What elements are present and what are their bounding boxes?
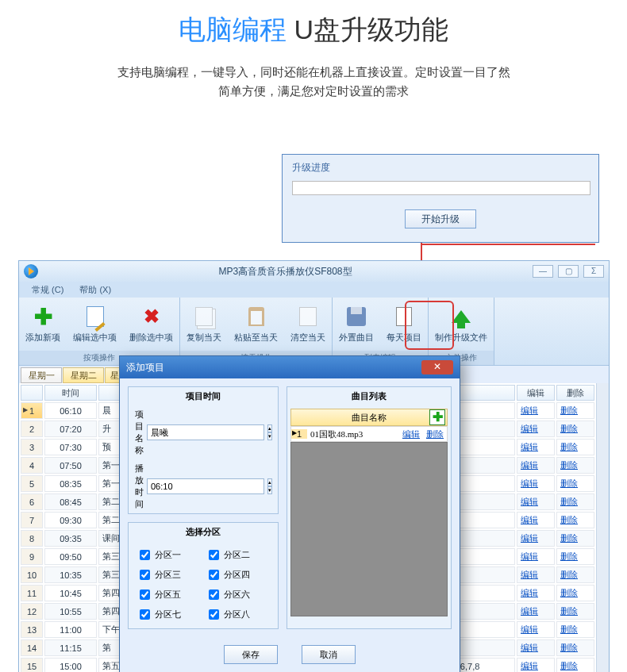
- dialog-title: 添加项目: [126, 361, 164, 374]
- row-edit-link[interactable]: 编辑: [521, 570, 538, 579]
- maximize-button[interactable]: ▢: [558, 265, 579, 278]
- row-number: 5: [21, 475, 43, 492]
- row-number: 3: [21, 439, 43, 455]
- row-del-link[interactable]: 删除: [560, 533, 578, 543]
- cell-time: 08:45: [44, 493, 97, 510]
- row-number: 14: [21, 639, 43, 656]
- track-edit-link[interactable]: 编辑: [399, 428, 423, 440]
- zone-check-input[interactable]: [209, 609, 219, 620]
- col-edit: 编辑: [517, 385, 555, 401]
- zone-checkbox-5[interactable]: 分区五: [140, 589, 198, 601]
- row-del-link[interactable]: 删除: [560, 424, 578, 433]
- row-del-link[interactable]: 删除: [560, 478, 578, 488]
- track-col-name: 曲目名称: [309, 412, 429, 424]
- row-edit-link[interactable]: 编辑: [521, 661, 538, 670]
- row-number: 11: [21, 585, 43, 601]
- zone-checkbox-6[interactable]: 分区六: [209, 589, 267, 601]
- zone-checkbox-1[interactable]: 分区一: [140, 549, 198, 561]
- row-del-link[interactable]: 删除: [560, 460, 578, 470]
- row-del-link[interactable]: 删除: [560, 624, 578, 634]
- row-del-link[interactable]: 删除: [560, 588, 578, 597]
- name-spinner[interactable]: ▴▾: [267, 424, 272, 440]
- row-del-link[interactable]: 删除: [560, 570, 578, 579]
- cell-time: 10:35: [44, 566, 97, 583]
- project-name-input[interactable]: [147, 424, 264, 440]
- time-spinner[interactable]: ▴▾: [267, 478, 272, 494]
- zone-check-input[interactable]: [209, 589, 219, 600]
- zone-check-input[interactable]: [140, 609, 150, 620]
- paste-day-button[interactable]: 粘贴至当天: [228, 298, 284, 351]
- menu-help[interactable]: 帮助 (X): [79, 284, 111, 296]
- row-edit-link[interactable]: 编辑: [521, 424, 538, 433]
- row-edit-link[interactable]: 编辑: [521, 497, 538, 506]
- track-row[interactable]: 1 01国歌48.mp3 编辑 删除: [290, 426, 448, 442]
- vertical-scrollbar[interactable]: [596, 383, 609, 672]
- row-edit-link[interactable]: 编辑: [521, 606, 538, 616]
- zone-panel-header: 选择分区: [129, 523, 278, 541]
- row-edit-link[interactable]: 编辑: [521, 460, 538, 470]
- row-del-link[interactable]: 删除: [560, 661, 578, 670]
- row-edit-link[interactable]: 编辑: [521, 442, 538, 451]
- track-del-link[interactable]: 删除: [423, 428, 447, 440]
- row-edit-link[interactable]: 编辑: [521, 624, 538, 634]
- clear-day-button[interactable]: 清空当天: [284, 298, 332, 351]
- row-number: 15: [21, 658, 43, 672]
- row-edit-link[interactable]: 编辑: [521, 588, 538, 597]
- dialog-close-button[interactable]: ✕: [421, 360, 453, 374]
- zone-check-input[interactable]: [209, 550, 219, 560]
- row-number: 9: [21, 548, 43, 565]
- zone-checkbox-8[interactable]: 分区八: [209, 609, 267, 620]
- row-del-link[interactable]: 删除: [560, 442, 578, 451]
- hero-line2: 简单方便，满足您对定时设置的需求: [218, 84, 409, 98]
- add-item-button[interactable]: ✚添加新项: [19, 298, 67, 351]
- play-time-input[interactable]: [147, 478, 264, 494]
- col-time: 时间: [44, 385, 97, 401]
- cell-time: 10:45: [44, 585, 97, 601]
- close-button[interactable]: Σ: [583, 265, 604, 278]
- row-number: 1: [21, 402, 43, 419]
- upgrade-label: 升级进度: [292, 161, 589, 175]
- daily-items-button[interactable]: 每天项目: [380, 298, 428, 351]
- row-del-link[interactable]: 删除: [560, 405, 578, 415]
- zone-checkbox-4[interactable]: 分区四: [209, 569, 267, 581]
- row-del-link[interactable]: 删除: [560, 497, 578, 506]
- zone-check-input[interactable]: [140, 550, 150, 560]
- row-del-link[interactable]: 删除: [560, 606, 578, 616]
- row-edit-link[interactable]: 编辑: [521, 643, 538, 652]
- cancel-button[interactable]: 取消: [302, 645, 356, 664]
- external-tracks-button[interactable]: 外置曲目: [333, 298, 380, 351]
- zone-check-input[interactable]: [209, 570, 219, 580]
- menu-general[interactable]: 常规 (C): [32, 284, 63, 296]
- row-del-link[interactable]: 删除: [560, 551, 578, 561]
- cell-time: 09:35: [44, 530, 97, 547]
- delete-item-button[interactable]: ✖删除选中项: [123, 298, 179, 351]
- row-edit-link[interactable]: 编辑: [521, 533, 538, 543]
- row-del-link[interactable]: 删除: [560, 515, 578, 524]
- edit-icon: [87, 306, 104, 327]
- add-item-dialog: 添加项目 ✕ 项目时间 项目名称 ▴▾ 播放时间 ▴▾ 选择分区 分区一分: [119, 355, 460, 672]
- row-edit-link[interactable]: 编辑: [521, 551, 538, 561]
- row-number: 10: [21, 566, 43, 583]
- edit-item-button[interactable]: 编辑选中项: [67, 298, 123, 351]
- row-edit-link[interactable]: 编辑: [521, 515, 538, 524]
- upgrade-progressbar: [292, 181, 590, 195]
- copy-day-button[interactable]: 复制当天: [180, 298, 228, 351]
- tab-monday[interactable]: 星期一: [21, 367, 62, 383]
- zone-check-input[interactable]: [140, 570, 150, 580]
- zone-checkbox-3[interactable]: 分区三: [140, 569, 198, 581]
- tab-tuesday[interactable]: 星期二: [63, 367, 104, 383]
- track-rownum: 1: [291, 429, 307, 439]
- track-name: 01国歌48.mp3: [307, 428, 399, 440]
- add-track-button[interactable]: ✚: [429, 409, 445, 425]
- row-edit-link[interactable]: 编辑: [521, 478, 538, 488]
- zone-checkbox-2[interactable]: 分区二: [209, 549, 267, 561]
- row-edit-link[interactable]: 编辑: [521, 405, 538, 415]
- row-del-link[interactable]: 删除: [560, 643, 578, 652]
- start-upgrade-button[interactable]: 开始升级: [405, 209, 476, 228]
- plus-icon: ✚: [34, 304, 52, 330]
- make-upgrade-file-button[interactable]: 制作升级文件: [429, 298, 494, 351]
- save-button[interactable]: 保存: [224, 645, 278, 664]
- zone-check-input[interactable]: [140, 589, 150, 600]
- zone-checkbox-7[interactable]: 分区七: [140, 609, 198, 620]
- minimize-button[interactable]: —: [533, 265, 553, 278]
